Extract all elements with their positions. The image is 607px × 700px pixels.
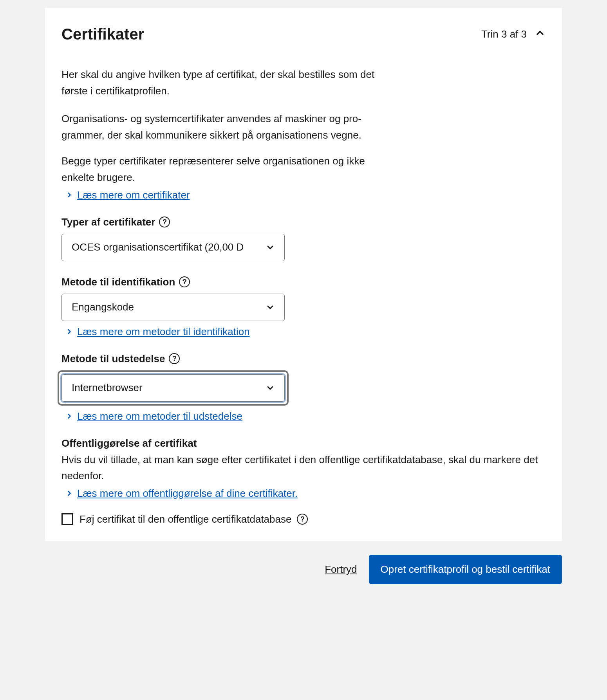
chevron-up-icon	[535, 27, 546, 41]
help-icon[interactable]: ?	[297, 514, 308, 525]
intro-paragraph-2: Organisations- og systemcertifikater anv…	[61, 111, 394, 143]
help-icon[interactable]: ?	[179, 276, 190, 287]
certificate-type-select-wrapper: OCES organisationscertifikat (20,00 D	[61, 234, 285, 261]
identification-method-select-wrapper: Engangskode	[61, 294, 285, 321]
publication-checkbox-label[interactable]: Føj certifikat til den offentlige certif…	[79, 513, 308, 525]
learn-more-identification-row: Læs mere om metoder til identifikation	[61, 326, 546, 338]
page-title: Certifikater	[61, 25, 144, 43]
learn-more-identification-link[interactable]: Læs mere om metoder til identifikation	[77, 326, 250, 338]
form-footer: Fortryd Opret certifikatprofil og bestil…	[45, 555, 562, 584]
learn-more-issuance-link[interactable]: Læs mere om metoder til udstedelse	[77, 410, 242, 422]
learn-more-publication-link[interactable]: Læs mere om offentliggørelse af dine cer…	[77, 487, 298, 500]
publication-heading: Offentliggørelse af certifikat	[61, 437, 546, 449]
learn-more-issuance-row: Læs mere om metoder til udstedelse	[61, 410, 546, 422]
intro-paragraph-1: Her skal du angive hvilken type af certi…	[61, 67, 390, 99]
issuance-method-select-wrapper: Internetbrowser	[58, 370, 289, 406]
submit-button[interactable]: Opret certifikatprofil og bestil certifi…	[369, 555, 562, 584]
learn-more-certificates-link[interactable]: Læs mere om certifikater	[77, 189, 190, 201]
learn-more-publication-row: Læs mere om offentliggørelse af dine cer…	[61, 487, 546, 500]
identification-method-select[interactable]: Engangskode	[61, 294, 285, 321]
certificates-card: Certifikater Trin 3 af 3 Her skal du ang…	[45, 8, 562, 541]
cancel-button[interactable]: Fortryd	[325, 563, 357, 576]
learn-more-certificates-row: Læs mere om certifikater	[61, 189, 546, 201]
certificate-type-select[interactable]: OCES organisationscertifikat (20,00 D	[61, 234, 285, 261]
publication-text: Hvis du vil tillade, at man kan søge eft…	[61, 452, 546, 484]
card-header: Certifikater Trin 3 af 3	[61, 25, 546, 43]
help-icon[interactable]: ?	[169, 353, 180, 364]
step-indicator[interactable]: Trin 3 af 3	[481, 27, 546, 41]
chevron-right-icon	[65, 412, 73, 420]
certificate-type-label: Typer af certifikater ?	[61, 216, 546, 228]
issuance-method-select[interactable]: Internetbrowser	[61, 374, 285, 402]
intro-paragraph-3: Begge typer certifikater repræsenterer s…	[61, 153, 383, 186]
issuance-method-label: Metode til udstedelse ?	[61, 353, 546, 365]
chevron-right-icon	[65, 489, 73, 497]
publication-checkbox[interactable]	[61, 513, 73, 525]
identification-method-label: Metode til identifikation ?	[61, 276, 546, 288]
chevron-right-icon	[65, 328, 73, 336]
help-icon[interactable]: ?	[159, 216, 170, 227]
publication-checkbox-row: Føj certifikat til den offentlige certif…	[61, 513, 546, 525]
chevron-right-icon	[65, 191, 73, 199]
step-text: Trin 3 af 3	[481, 28, 527, 40]
